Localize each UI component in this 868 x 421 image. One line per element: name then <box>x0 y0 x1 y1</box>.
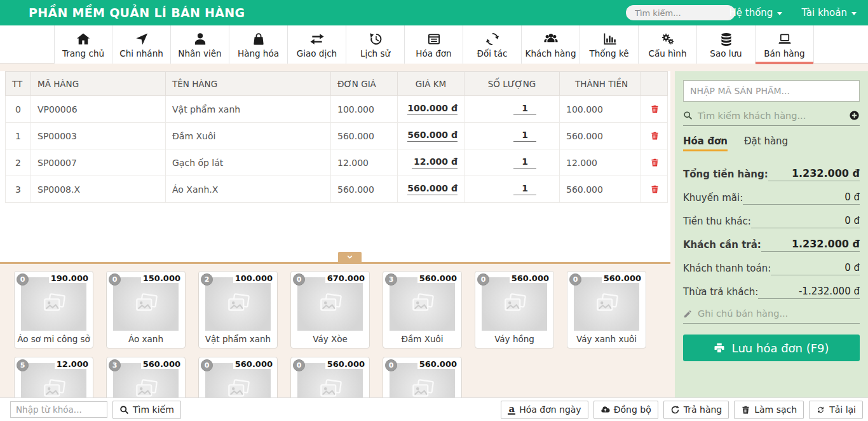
cell-unit-price: 12.000 <box>331 149 398 176</box>
cart-count-badge: 2 <box>201 273 213 286</box>
product-card[interactable]: 0 560.000 <box>290 357 370 397</box>
cell-code: SP00007 <box>31 149 166 176</box>
product-card[interactable]: 3 560.000 Đầm Xuôi <box>383 271 462 349</box>
nav-item-sao-lưu[interactable]: Sao lưu <box>697 25 756 64</box>
collapse-toggle[interactable] <box>338 252 362 262</box>
nav-item-bán-hàng[interactable]: Bán hàng <box>756 25 814 64</box>
summary-value[interactable]: 0 đ <box>743 191 860 205</box>
qty-input[interactable]: 1 <box>513 156 536 169</box>
product-card[interactable]: 3 560.000 <box>106 357 186 397</box>
nav-item-lịch-sử[interactable]: Lịch sử <box>346 25 405 64</box>
customer-search-placeholder: Tìm kiếm khách hàng... <box>698 111 844 121</box>
menu-he-thong[interactable]: Hệ thống <box>729 7 783 18</box>
header-row: TTMÃ HÀNGTÊN HÀNGĐƠN GIÁGIÁ KMSỐ LƯỢNGTH… <box>6 72 668 96</box>
app-title: PHẦN MỀM QUẢN LÍ BÁN HÀNG <box>29 6 245 20</box>
qty-input[interactable]: 1 <box>513 130 536 142</box>
product-grid: 0 190.000 Áo sơ mi công sở 0 150.000 Áo … <box>0 264 670 397</box>
exchange-icon <box>309 31 325 47</box>
cell-qty: 1 <box>465 123 560 149</box>
product-card[interactable]: 0 560.000 Váy hồng <box>475 271 554 349</box>
cell-name: Áo Xanh.X <box>166 176 331 203</box>
photo-placeholder-icon <box>593 293 621 316</box>
delete-row-button[interactable] <box>648 155 661 169</box>
summary-value[interactable]: 1.232.000 đ <box>768 167 860 181</box>
cart-count-badge: 5 <box>17 359 29 371</box>
photo-placeholder-icon <box>409 293 437 316</box>
action-button-tải-lại[interactable]: Tải lại <box>809 401 863 419</box>
cart-table-header: TTMÃ HÀNGTÊN HÀNGĐƠN GIÁGIÁ KMSỐ LƯỢNGTH… <box>6 72 668 96</box>
nav-item-khách-hàng[interactable]: Khách hàng <box>522 25 580 64</box>
summary-label: Khách thanh toán: <box>683 263 771 275</box>
cloud-sync-icon <box>600 405 610 415</box>
nav-item-hóa-đơn[interactable]: Hóa đơn <box>405 25 463 64</box>
cart-count-badge: 0 <box>569 273 581 286</box>
product-card[interactable]: 0 560.000 <box>383 357 462 397</box>
delete-row-button[interactable] <box>648 182 661 196</box>
tab-hoa-don[interactable]: Hóa đơn <box>683 135 728 151</box>
nav-item-chi-nhánh[interactable]: Chi nhánh <box>112 25 171 64</box>
sale-note-field[interactable]: Ghi chú bán hàng... <box>683 308 860 324</box>
product-card[interactable]: 0 560.000 Váy xanh xuôi <box>567 271 646 349</box>
product-code-input[interactable] <box>683 80 860 102</box>
nav-item-cấu-hình[interactable]: Cấu hình <box>639 25 697 64</box>
product-card[interactable]: 5 12.000 <box>14 357 93 397</box>
summary-label: Khuyến mãi: <box>683 192 743 205</box>
summary-value[interactable]: 0 đ <box>771 262 860 275</box>
cell-qty: 1 <box>465 149 560 176</box>
cell-promo-price: 560.000 đ <box>398 176 465 203</box>
action-button-hóa-đơn-ngày[interactable]: aHóa đơn ngày <box>501 401 588 419</box>
save-invoice-button[interactable]: Lưu hóa đơn (F9) <box>683 335 860 361</box>
delete-row-button[interactable] <box>648 128 661 142</box>
bag-icon <box>251 31 266 47</box>
nav-item-trang-chủ[interactable]: Trang chủ <box>54 25 112 64</box>
search-icon <box>119 405 129 415</box>
product-card[interactable]: 0 670.000 Váy Xòe <box>290 271 370 349</box>
tab-dat-hang[interactable]: Đặt hàng <box>744 135 788 151</box>
nav-item-giao-dịch[interactable]: Giao dịch <box>288 25 346 64</box>
product-card[interactable]: 0 190.000 Áo sơ mi công sở <box>14 271 93 349</box>
product-card[interactable]: 0 150.000 Áo xanh <box>106 271 186 349</box>
product-price: 12.000 <box>55 359 90 369</box>
action-button-đồng-bộ[interactable]: Đồng bộ <box>593 401 658 419</box>
product-card[interactable]: 0 560.000 <box>198 357 278 397</box>
summary-value[interactable]: -1.232.000 đ <box>758 286 860 299</box>
cell-tt: 2 <box>6 149 31 176</box>
cell-qty: 1 <box>465 176 560 203</box>
photo-placeholder-icon <box>132 378 160 398</box>
summary-row: Khách thanh toán: 0 đ <box>683 252 860 275</box>
promo-price-input[interactable]: 560.000 đ <box>407 183 458 195</box>
summary-value[interactable]: 1.232.000 đ <box>761 238 860 252</box>
summary-row: Tiền thu khác: 0 đ <box>683 205 860 228</box>
gears-icon <box>660 31 675 47</box>
pencil-icon <box>683 309 693 319</box>
menu-tai-khoan[interactable]: Tài khoản <box>801 7 857 18</box>
cart-count-badge: 0 <box>201 359 213 371</box>
cart-panel: TTMÃ HÀNGTÊN HÀNGĐƠN GIÁGIÁ KMSỐ LƯỢNGTH… <box>0 71 670 262</box>
printer-icon <box>714 342 725 354</box>
nav-item-nhân-viên[interactable]: Nhân viên <box>171 25 229 64</box>
nav-item-hàng-hóa[interactable]: Hàng hóa <box>229 25 288 64</box>
action-button-trả-hàng[interactable]: Trả hàng <box>663 401 729 419</box>
nav-item-thống-kê[interactable]: Thống kê <box>580 25 639 64</box>
keyword-input[interactable] <box>10 401 107 418</box>
product-card[interactable]: 2 100.000 Vật phẩm xanh <box>198 271 278 349</box>
cell-delete <box>641 149 668 176</box>
global-search-input[interactable] <box>626 5 735 20</box>
search-button[interactable]: Tìm kiếm <box>112 401 181 419</box>
customer-search-field[interactable]: Tìm kiếm khách hàng... <box>683 110 860 126</box>
action-button-làm-sạch[interactable]: Làm sạch <box>734 401 804 419</box>
promo-price-input[interactable]: 560.000 đ <box>407 130 458 142</box>
invoice-sidebar: Tìm kiếm khách hàng... Hóa đơn Đặt hàng … <box>675 71 868 397</box>
nav-item-đối-tác[interactable]: Đối tác <box>463 25 522 64</box>
photo-placeholder-icon <box>501 293 529 316</box>
column-header: MÃ HÀNG <box>31 72 166 96</box>
product-name: Váy Xòe <box>293 334 367 344</box>
qty-input[interactable]: 1 <box>513 103 536 115</box>
summary-value[interactable]: 0 đ <box>751 215 860 228</box>
promo-price-input[interactable]: 100.000 đ <box>407 103 458 115</box>
delete-row-button[interactable] <box>648 102 661 116</box>
promo-price-input[interactable]: 12.000 đ <box>412 156 458 169</box>
qty-input[interactable]: 1 <box>513 183 536 195</box>
add-customer-icon[interactable] <box>849 110 860 121</box>
cell-total: 12.000 <box>560 149 641 176</box>
